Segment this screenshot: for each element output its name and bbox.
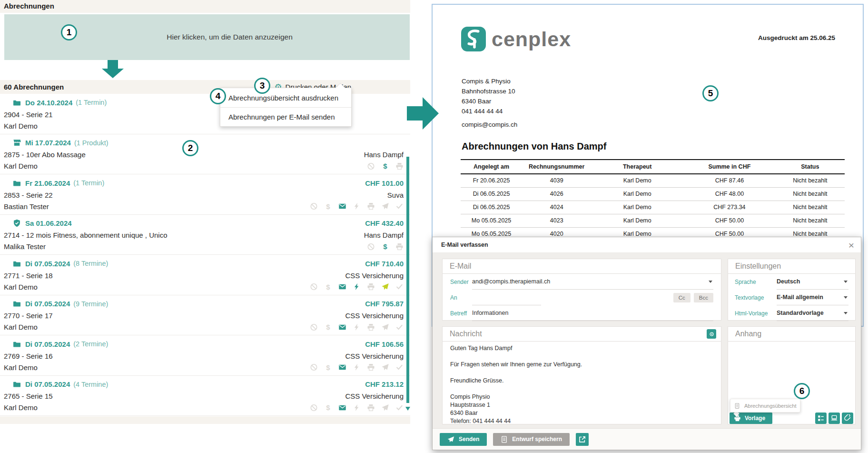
right-arrow-head [423, 97, 439, 130]
printer-icon[interactable] [367, 363, 375, 371]
printer-icon[interactable] [367, 202, 375, 210]
settings-section-card: Einstellungen SpracheDeutschTextvorlageE… [728, 259, 856, 321]
mail-icon[interactable] [338, 363, 346, 371]
mail-icon[interactable] [338, 283, 346, 291]
item-status-icons: $ [310, 202, 404, 210]
blocked-icon[interactable] [310, 363, 318, 371]
dropdown-menu-item[interactable]: Abrechnungen per E-Mail senden [220, 107, 351, 126]
app-window: Abrechnungen Hier klicken, um die Daten … [0, 0, 868, 453]
mail-icon[interactable] [338, 202, 346, 210]
dollar-icon[interactable]: $ [324, 202, 332, 210]
close-icon[interactable]: × [848, 240, 854, 250]
item-therapist: Karl Demo [4, 403, 38, 412]
check-icon[interactable] [395, 404, 404, 412]
plane-icon[interactable] [381, 363, 389, 371]
blocked-icon[interactable] [310, 283, 318, 291]
recipient-label: An [450, 294, 471, 301]
blocked-icon[interactable] [310, 202, 318, 210]
dollar-icon[interactable]: $ [324, 363, 332, 371]
list-scrollbar[interactable] [406, 157, 409, 403]
preview-message-button[interactable] [707, 329, 716, 339]
billing-list-item[interactable]: Di 07.05.2024(4 Termine)CHF 213.122765 -… [0, 376, 410, 416]
check-icon[interactable] [395, 283, 404, 291]
load-data-banner-label: Hier klicken, um die Daten anzuzeigen [167, 33, 293, 41]
bolt-icon[interactable] [353, 323, 361, 331]
sender-value: andi@compis.therapiemail.ch [472, 278, 550, 285]
plane-icon[interactable] [381, 202, 389, 210]
billing-list: Do 24.10.2024(1 Termin)2904 - Serie 21Ka… [0, 94, 410, 416]
billing-list-item[interactable]: Di 07.05.2024(2 Termine)CHF 106.562769 -… [0, 335, 410, 376]
bcc-button[interactable]: Bcc [694, 293, 713, 302]
blocked-icon[interactable] [367, 162, 375, 170]
printer-icon[interactable] [367, 404, 375, 412]
form-attachment-button[interactable] [815, 413, 827, 424]
dollar-icon[interactable]: $ [324, 323, 332, 331]
item-appointment-count: (8 Termine) [73, 260, 108, 267]
dialog-title: E-Mail verfassen [441, 242, 848, 248]
send-button[interactable]: Senden [440, 433, 487, 446]
item-payer: CSS Versicherung [345, 312, 404, 320]
dollar-icon[interactable]: $ [324, 283, 332, 291]
settings-select[interactable]: Deutsch [777, 274, 848, 290]
mail-icon[interactable] [338, 404, 346, 412]
item-status-icons: $ [367, 243, 404, 251]
dollar-icon[interactable]: $ [381, 162, 389, 170]
billing-list-item[interactable]: Di 07.05.2024(9 Termine)CHF 795.872770 -… [0, 295, 410, 336]
scrollbar-down-arrow-icon[interactable] [405, 407, 410, 411]
message-body-input[interactable]: Guten Tag Hans Dampf Für Fragen stehen w… [443, 342, 721, 424]
table-cell: Nicht bezahlt [776, 187, 845, 201]
annotation-badge-5: 5 [702, 85, 719, 101]
item-payer: CSS Versicherung [345, 352, 404, 360]
right-arrow-shaft [407, 106, 423, 121]
down-arrow-head [102, 69, 124, 78]
printer-icon[interactable] [395, 243, 404, 251]
sender-row: Sender andi@compis.therapiemail.ch [443, 274, 721, 290]
printer-icon[interactable] [395, 162, 404, 170]
computer-file-button[interactable] [829, 413, 840, 424]
annotation-badge-6: 6 [794, 383, 810, 399]
open-external-button[interactable] [576, 433, 589, 446]
dollar-icon[interactable]: $ [381, 243, 389, 251]
item-invoice-label: 2904 - Serie 21 [4, 111, 53, 119]
check-icon[interactable] [395, 323, 404, 331]
save-draft-button[interactable]: Entwurf speichern [493, 433, 570, 446]
item-invoice-label: 2714 - 12 mois Fitness, abonnement uniqu… [4, 231, 168, 239]
settings-row: Html-VorlageStandardvorlage [728, 305, 855, 321]
table-cell: Nicht bezahlt [776, 214, 845, 227]
check-icon[interactable] [395, 363, 404, 371]
plane-icon[interactable] [381, 283, 389, 291]
bolt-icon[interactable] [353, 283, 361, 291]
item-appointment-count: (9 Termine) [73, 300, 108, 308]
table-cell: 4039 [522, 174, 591, 187]
dropdown-menu-item[interactable]: Abrechnungsübersicht ausdrucken [220, 88, 351, 107]
shield-icon [12, 219, 21, 227]
settings-section-header: Einstellungen [728, 259, 855, 274]
plane-icon[interactable] [381, 323, 389, 331]
item-status-icons: $ [310, 363, 404, 371]
bolt-icon[interactable] [353, 202, 361, 210]
printer-icon[interactable] [367, 283, 375, 291]
recipient-input[interactable] [472, 290, 541, 305]
settings-select[interactable]: E-Mail allgemein [777, 290, 848, 305]
billing-list-item[interactable]: Fr 21.06.2024(1 Termin)CHF 101.002853 - … [0, 174, 410, 215]
billing-list-item[interactable]: Di 07.05.2024(8 Termine)CHF 710.402771 -… [0, 255, 410, 295]
dollar-icon[interactable]: $ [324, 404, 332, 412]
sender-select[interactable]: andi@compis.therapiemail.ch [472, 274, 713, 290]
mail-icon[interactable] [338, 323, 346, 331]
billing-list-item[interactable]: Sa 01.06.2024CHF 432.402714 - 12 mois Fi… [0, 215, 410, 255]
table-cell: Nicht bezahlt [776, 174, 845, 187]
cc-button[interactable]: Cc [673, 293, 690, 302]
plane-icon[interactable] [381, 404, 389, 412]
billing-list-item[interactable]: Mi 17.07.2024(1 Produkt)2875 - 10er Abo … [0, 134, 410, 175]
check-icon[interactable] [395, 202, 404, 210]
bolt-icon[interactable] [353, 404, 361, 412]
subject-input[interactable]: Informationen [472, 305, 713, 321]
item-invoice-label: 2771 - Serie 18 [4, 272, 53, 280]
settings-select[interactable]: Standardvorlage [777, 305, 848, 321]
printer-icon[interactable] [367, 323, 375, 331]
paperclip-button[interactable] [842, 413, 853, 424]
blocked-icon[interactable] [310, 404, 318, 412]
blocked-icon[interactable] [310, 323, 318, 331]
bolt-icon[interactable] [353, 363, 361, 371]
blocked-icon[interactable] [367, 243, 375, 251]
